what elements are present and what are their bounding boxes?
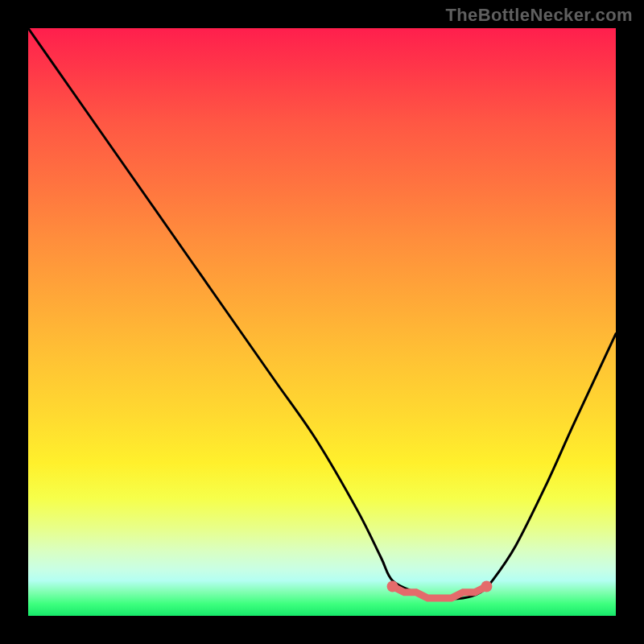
- chart-frame: TheBottleNecker.com: [0, 0, 644, 644]
- watermark-text: TheBottleNecker.com: [445, 5, 633, 26]
- sweet-spot-end-dot: [387, 581, 398, 592]
- bottleneck-curve-line: [28, 28, 616, 599]
- plot-area: [28, 28, 616, 616]
- sweet-spot-end-dot: [481, 581, 492, 592]
- chart-svg: [28, 28, 616, 616]
